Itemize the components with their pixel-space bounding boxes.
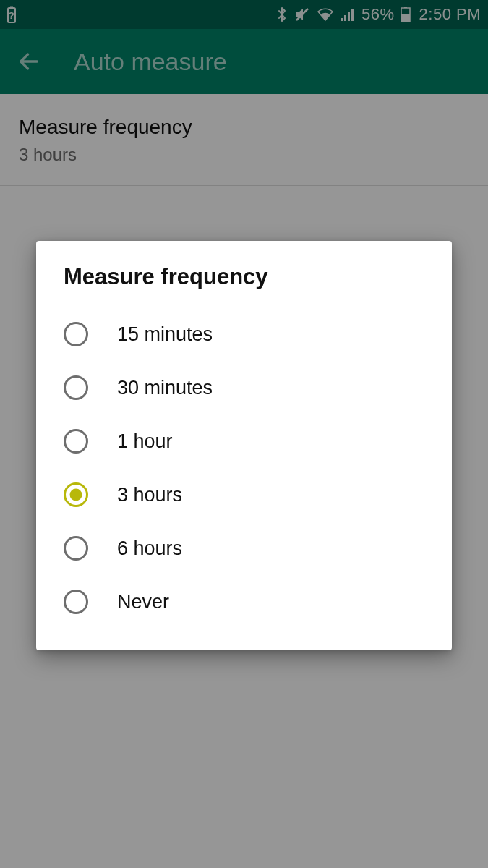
option-label: Never [117, 591, 169, 613]
radio-icon [64, 482, 88, 507]
option-label: 6 hours [117, 537, 182, 560]
dialog-title: Measure frequency [64, 264, 427, 290]
option-label: 3 hours [117, 484, 182, 506]
radio-icon [64, 429, 88, 454]
option-1-hour[interactable]: 1 hour [61, 419, 427, 464]
radio-icon [64, 375, 88, 400]
dialog-option-list: 15 minutes 30 minutes 1 hour 3 hours 6 h… [61, 312, 427, 624]
radio-icon [64, 590, 88, 614]
option-never[interactable]: Never [61, 579, 427, 624]
radio-icon [64, 322, 88, 346]
option-15-minutes[interactable]: 15 minutes [61, 312, 427, 357]
radio-icon [64, 536, 88, 561]
option-label: 30 minutes [117, 377, 213, 399]
option-3-hours[interactable]: 3 hours [61, 472, 427, 517]
option-6-hours[interactable]: 6 hours [61, 526, 427, 571]
option-30-minutes[interactable]: 30 minutes [61, 365, 427, 410]
measure-frequency-dialog: Measure frequency 15 minutes 30 minutes … [36, 241, 452, 650]
option-label: 15 minutes [117, 323, 213, 346]
option-label: 1 hour [117, 430, 173, 453]
